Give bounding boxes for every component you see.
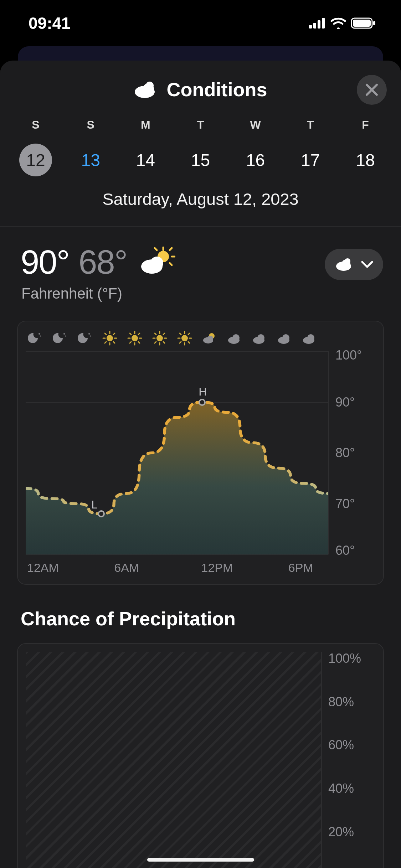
battery-icon (351, 17, 376, 29)
y-tick: 80% (322, 694, 375, 709)
low-temperature: 68° (78, 243, 127, 281)
svg-line-50 (155, 333, 156, 335)
y-tick: 0% (322, 866, 375, 868)
svg-line-62 (180, 342, 181, 343)
svg-line-59 (180, 333, 181, 335)
y-tick: 80° (329, 445, 375, 460)
y-tick: 90° (329, 395, 375, 410)
x-tick: 12PM (201, 561, 288, 575)
precipitation-y-axis: 100% 80% 60% 40% 20% 0% (322, 652, 375, 868)
temperature-chart-plot: H L (26, 351, 329, 554)
close-button[interactable] (357, 75, 387, 105)
unit-label: Fahrenheit (°F) (0, 284, 401, 316)
conditions-sheet: Conditions S 12 S 13 M 14 T 15 W 16 (0, 61, 401, 868)
day-abbr: S (32, 118, 39, 131)
y-tick: 40% (322, 781, 375, 796)
svg-line-33 (113, 342, 115, 343)
svg-line-53 (155, 342, 156, 343)
svg-line-15 (155, 248, 157, 250)
moon-icon (27, 330, 43, 346)
partly-cloudy-icon (140, 247, 175, 277)
svg-point-69 (257, 334, 264, 341)
day-number: 17 (294, 144, 327, 176)
x-tick: 12AM (27, 561, 114, 575)
y-tick: 20% (322, 825, 375, 839)
svg-point-27 (107, 335, 113, 341)
svg-line-35 (105, 342, 106, 343)
chevron-down-icon (361, 260, 373, 268)
cloud-icon (302, 330, 317, 346)
day-number: 13 (74, 144, 107, 176)
svg-line-43 (138, 333, 140, 335)
temperature-chart-card[interactable]: H L 100° 90° 80° 70° 60° 12AM 6AM 12PM 6… (17, 321, 384, 585)
hourly-condition-icons (26, 329, 375, 348)
day-number: 14 (129, 144, 162, 176)
x-tick: 6AM (114, 561, 201, 575)
svg-line-61 (188, 333, 190, 335)
precipitation-chart-plot (26, 652, 322, 868)
x-tick: 6PM (288, 561, 375, 575)
svg-line-32 (105, 333, 106, 335)
day-option[interactable]: M 14 (128, 118, 163, 176)
partly-cloudy-icon (202, 330, 217, 346)
svg-point-67 (232, 334, 240, 341)
low-marker-label: L (91, 498, 98, 511)
svg-point-45 (156, 335, 163, 341)
svg-rect-6 (373, 21, 375, 25)
cloud-icon (277, 330, 292, 346)
status-bar: 09:41 (0, 0, 401, 46)
svg-point-73 (307, 334, 314, 341)
svg-point-9 (143, 83, 154, 95)
day-abbr: T (307, 118, 314, 131)
day-option[interactable]: T 17 (293, 118, 328, 176)
page-title: Conditions (167, 78, 267, 100)
day-option[interactable]: S 13 (73, 118, 108, 176)
day-option[interactable]: S 12 (18, 118, 53, 176)
day-abbr: W (250, 118, 261, 131)
day-option[interactable]: F 18 (348, 118, 383, 176)
svg-rect-0 (309, 25, 312, 29)
sun-icon (102, 330, 118, 346)
precipitation-title: Chance of Precipitation (0, 585, 401, 643)
day-number: 12 (19, 144, 52, 176)
cloud-icon (252, 330, 267, 346)
day-number: 15 (184, 144, 217, 176)
selected-date: Saturday, August 12, 2023 (0, 176, 401, 226)
svg-point-26 (90, 336, 91, 337)
high-marker-label: H (199, 385, 207, 398)
home-indicator[interactable] (147, 858, 254, 862)
cloud-icon (335, 258, 354, 271)
day-option[interactable]: T 15 (182, 118, 218, 176)
svg-line-52 (163, 333, 165, 335)
y-tick: 60% (322, 738, 375, 753)
precipitation-chart-card[interactable]: 100% 80% 60% 40% 20% 0% 12AM 6AM 12PM 6P… (17, 643, 384, 868)
status-time: 09:41 (29, 14, 71, 33)
svg-rect-2 (318, 20, 320, 29)
svg-line-41 (130, 333, 131, 335)
svg-point-54 (181, 335, 188, 341)
y-tick: 60° (329, 543, 375, 558)
temperature-x-axis: 12AM 6AM 12PM 6PM (26, 554, 375, 575)
svg-line-51 (163, 342, 165, 343)
layer-select-button[interactable] (325, 249, 383, 280)
day-abbr: T (197, 118, 204, 131)
moon-icon (52, 330, 68, 346)
day-number: 16 (239, 144, 272, 176)
svg-point-36 (132, 335, 138, 341)
day-abbr: F (362, 118, 369, 131)
day-abbr: S (87, 118, 94, 131)
svg-point-17 (150, 257, 163, 269)
temperature-y-axis: 100° 90° 80° 70° 60° (329, 351, 375, 554)
svg-point-21 (38, 333, 40, 335)
svg-point-71 (282, 334, 289, 341)
y-tick: 100° (329, 348, 375, 363)
svg-line-60 (188, 342, 190, 343)
day-option[interactable]: W 16 (238, 118, 273, 176)
wifi-icon (330, 17, 346, 29)
sun-icon (127, 330, 143, 346)
moon-icon (77, 330, 93, 346)
svg-rect-3 (322, 18, 325, 29)
y-tick: 70° (329, 496, 375, 511)
temperature-summary: 90° 68° (0, 227, 401, 284)
cloud-icon (227, 330, 242, 346)
